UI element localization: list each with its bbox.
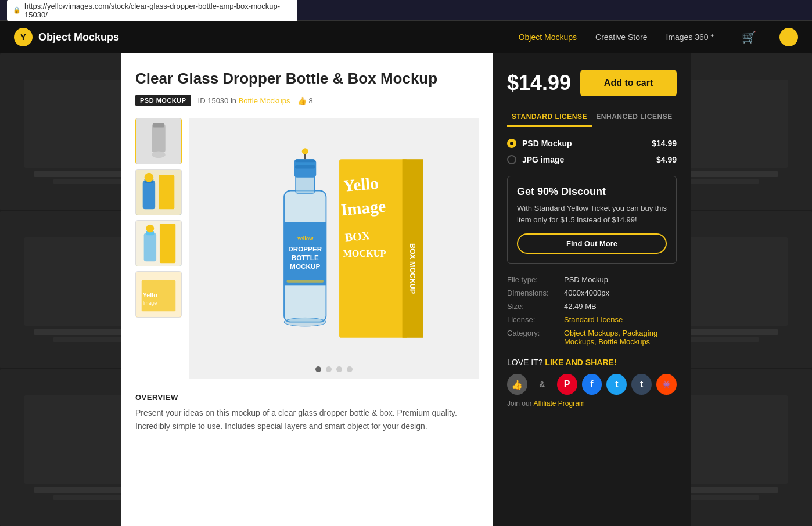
cart-icon[interactable]: 🛒 — [742, 30, 756, 44]
file-type-value: PSD Mockup — [564, 275, 608, 284]
detail-dimensions: Dimensions: 4000x4000px — [507, 289, 677, 297]
svg-text:Yello: Yello — [342, 174, 379, 195]
svg-rect-5 — [159, 175, 174, 210]
facebook-button[interactable]: f — [582, 374, 602, 395]
url-bar[interactable]: 🔒 https://yellowimages.com/stock/clear-g… — [7, 0, 297, 21]
find-out-more-button[interactable]: Find Out More — [517, 233, 667, 254]
url-text: https://yellowimages.com/stock/clear-gla… — [24, 2, 292, 19]
psd-badge: PSD MOCKUP — [135, 95, 191, 106]
radio-psd[interactable] — [507, 139, 516, 148]
svg-rect-6 — [143, 181, 155, 210]
modal-right-panel: $14.99 Add to cart STANDARD LICENSE ENHA… — [493, 53, 691, 526]
overview-title: OVERVIEW — [135, 393, 479, 402]
love-text: LOVE IT? LIKE AND SHARE! — [507, 358, 677, 367]
svg-point-39 — [284, 318, 326, 326]
svg-text:Image: Image — [143, 300, 157, 306]
twitter-button[interactable]: t — [606, 374, 627, 395]
svg-text:Yellow: Yellow — [297, 236, 314, 242]
social-section: LOVE IT? LIKE AND SHARE! 👍 & P f t t 👾 J… — [507, 358, 677, 408]
svg-point-3 — [152, 152, 165, 158]
svg-point-38 — [302, 148, 308, 154]
thumbnail-4[interactable]: Yello Image — [135, 271, 182, 318]
svg-text:BOTTLE: BOTTLE — [292, 254, 319, 261]
product-price: $14.99 — [507, 71, 571, 95]
dot-4[interactable] — [347, 366, 353, 372]
svg-text:BOX MOCKUP: BOX MOCKUP — [408, 243, 416, 294]
svg-rect-2 — [153, 123, 164, 128]
svg-rect-34 — [295, 159, 315, 162]
category-detail-value[interactable]: Object Mockups, Packaging Mockups, Bottl… — [564, 329, 677, 346]
tumblr-button[interactable]: t — [631, 374, 652, 395]
dot-1[interactable] — [315, 366, 321, 372]
psd-option-label: PSD Mockup — [522, 139, 646, 148]
thumbnail-list: Yello Image — [135, 118, 182, 379]
detail-file-type: File type: PSD Mockup — [507, 275, 677, 284]
overview-section: OVERVIEW Present your ideas on this mock… — [135, 393, 479, 433]
affiliate-text: Join our Affiliate Program — [507, 399, 677, 408]
svg-text:Yello: Yello — [143, 291, 157, 298]
tab-enhanced-license[interactable]: ENHANCED LICENSE — [592, 108, 677, 127]
svg-text:BOX: BOX — [344, 229, 371, 244]
modal-left-panel: Clear Glass Dropper Bottle & Box Mockup … — [121, 53, 493, 526]
license-label: License: — [507, 315, 559, 324]
jpg-option-price: $4.99 — [656, 155, 677, 164]
svg-text:DROPPER: DROPPER — [288, 245, 322, 253]
nav-creative-store[interactable]: Creative Store — [595, 33, 647, 42]
radio-psd-inner — [510, 142, 513, 145]
discount-text: With Standard Yellow Ticket you can buy … — [517, 203, 667, 225]
love-it-label: LOVE IT? — [507, 358, 542, 367]
discount-box: Get 90% Discount With Standard Yellow Ti… — [507, 176, 677, 264]
tab-standard-license[interactable]: STANDARD LICENSE — [507, 108, 592, 127]
ampersand-separator: & — [532, 374, 552, 395]
radio-jpg[interactable] — [507, 155, 516, 164]
affiliate-prefix: Join our — [507, 399, 532, 408]
thumbnail-1[interactable] — [135, 118, 182, 164]
add-to-cart-button[interactable]: Add to cart — [580, 70, 677, 96]
product-title: Clear Glass Dropper Bottle & Box Mockup — [135, 70, 479, 88]
logo-area: Y Object Mockups — [14, 28, 119, 46]
svg-rect-10 — [160, 224, 175, 263]
license-tabs: STANDARD LICENSE ENHANCED LICENSE — [507, 108, 677, 127]
social-icons: 👍 & P f t t 👾 — [507, 374, 677, 395]
thumbs-icon: 👍 — [297, 96, 307, 105]
thumbnail-3[interactable] — [135, 220, 182, 266]
svg-rect-36 — [295, 165, 315, 168]
jpg-option-label: JPG image — [522, 155, 651, 164]
reddit-button[interactable]: 👾 — [656, 374, 677, 395]
affiliate-link[interactable]: Affiliate Program — [533, 399, 584, 408]
category-link[interactable]: Bottle Mockups — [239, 96, 290, 105]
file-type-label: File type: — [507, 275, 559, 284]
top-nav: Y Object Mockups Object Mockups Creative… — [0, 21, 812, 53]
dot-2[interactable] — [326, 366, 332, 372]
dimensions-value: 4000x4000px — [564, 289, 609, 297]
main-product-image: Yello Image BOX MOCKUP BOX MOCKUP — [189, 118, 479, 379]
like-share-label[interactable]: LIKE AND SHARE! — [545, 358, 616, 367]
thumbsup-button[interactable]: 👍 — [507, 374, 527, 395]
file-details: File type: PSD Mockup Dimensions: 4000x4… — [507, 275, 677, 346]
discount-title: Get 90% Discount — [517, 186, 667, 198]
dot-3[interactable] — [336, 366, 342, 372]
thumbnail-2[interactable] — [135, 169, 182, 215]
lock-icon: 🔒 — [13, 6, 21, 14]
license-option-psd[interactable]: PSD Mockup $14.99 — [507, 139, 677, 148]
license-value[interactable]: Standard License — [564, 315, 623, 324]
user-avatar[interactable] — [779, 28, 798, 46]
likes-count: 👍 8 — [297, 96, 313, 105]
nav-object-mockups[interactable]: Object Mockups — [519, 33, 577, 42]
pinterest-button[interactable]: P — [557, 374, 577, 395]
product-id: ID 15030 in Bottle Mockups — [198, 96, 290, 105]
svg-rect-11 — [144, 233, 156, 262]
svg-point-8 — [145, 173, 154, 182]
dimensions-label: Dimensions: — [507, 289, 559, 297]
svg-point-13 — [146, 225, 155, 233]
nav-images-360[interactable]: Images 360 * — [666, 33, 714, 42]
price-cart-area: $14.99 Add to cart — [507, 70, 677, 96]
svg-text:MOCKUP: MOCKUP — [290, 262, 320, 270]
license-option-jpg[interactable]: JPG image $4.99 — [507, 155, 677, 164]
license-options: PSD Mockup $14.99 JPG image $4.99 — [507, 139, 677, 164]
logo-icon[interactable]: Y — [14, 28, 33, 46]
product-meta: PSD MOCKUP ID 15030 in Bottle Mockups 👍 … — [135, 95, 479, 106]
svg-rect-31 — [287, 280, 324, 283]
modal-overlay: Clear Glass Dropper Bottle & Box Mockup … — [0, 53, 812, 526]
nav-links: Object Mockups Creative Store Images 360… — [519, 28, 798, 46]
